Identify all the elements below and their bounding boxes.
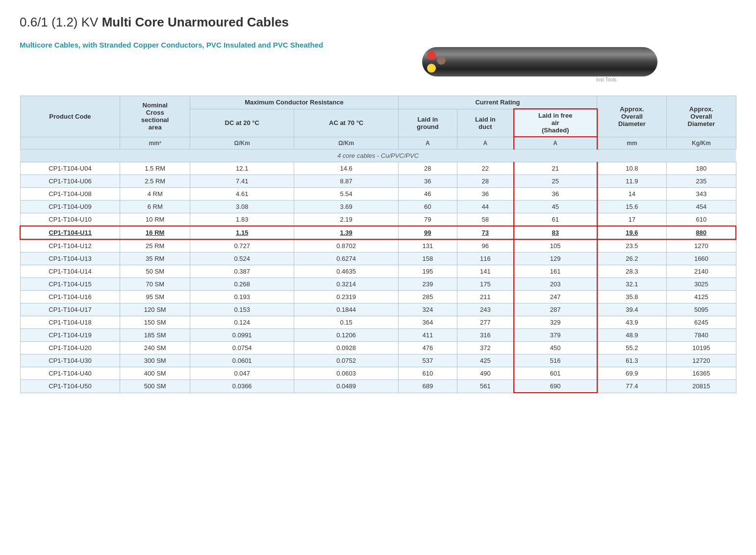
table-cell: 0.1844 [294,303,398,316]
th-product-code: Product Code [20,96,120,137]
table-cell: 4.61 [190,188,294,201]
table-cell: CP1-T104-U50 [20,380,120,393]
table-cell: 36 [398,175,457,188]
table-cell: 0.8702 [294,239,398,252]
th-nominal-cross: NominalCrosssectionalarea [120,96,190,137]
units-row: mm² Ω/Km Ω/Km A A A mm Kg/Km [20,137,736,150]
table-cell: 3.69 [294,201,398,213]
table-cell: 0.727 [190,239,294,252]
table-cell: 180 [667,162,736,175]
inst-tools-label: Inst Tools [595,76,618,83]
th-ac: AC at 70 °C [294,109,398,137]
table-cell: 1.15 [190,226,294,239]
table-cell: CP1-T104-U04 [20,162,120,175]
table-cell: 35 RM [120,252,190,265]
table-cell: 0.4635 [294,265,398,278]
table-cell: 10 RM [120,213,190,227]
table-cell: 161 [514,265,597,278]
table-cell: 3.08 [190,201,294,213]
table-cell: CP1-T104-U20 [20,342,120,354]
table-cell: 99 [398,226,457,239]
table-row: CP1-T104-U50500 SM0.03660.04896895616907… [20,380,736,393]
table-cell: 61 [514,213,597,227]
table-cell: 116 [457,252,513,265]
table-cell: 0.524 [190,252,294,265]
table-row: CP1-T104-U17120 SM0.1530.184432424328739… [20,303,736,316]
table-cell: 12720 [667,354,736,367]
table-cell: 77.4 [597,380,667,393]
table-cell: 1.39 [294,226,398,239]
table-cell: 1.83 [190,213,294,227]
table-cell: CP1-T104-U18 [20,316,120,329]
table-cell: 28 [398,162,457,175]
table-cell: 235 [667,175,736,188]
table-cell: CP1-T104-U17 [20,303,120,316]
table-cell: 343 [667,188,736,201]
table-cell: 537 [398,354,457,367]
table-cell: 0.047 [190,367,294,380]
table-cell: 44 [457,201,513,213]
table-cell: 277 [457,316,513,329]
table-cell: 79 [398,213,457,227]
table-cell: 175 [457,278,513,291]
table-cell: 20815 [667,380,736,393]
table-cell: 610 [398,367,457,380]
table-cell: 7840 [667,329,736,342]
section-label: 4 core cables - Cu/PVC/PVC [20,150,736,162]
table-cell: 2140 [667,265,736,278]
table-cell: 4125 [667,291,736,303]
table-cell: 690 [514,380,597,393]
unit-weight: Kg/Km [667,137,736,150]
table-cell: 50 SM [120,265,190,278]
unit-free-air: A [514,137,597,150]
table-cell: 0.3214 [294,278,398,291]
table-cell: 0.153 [190,303,294,316]
table-cell: 0.268 [190,278,294,291]
table-cell: 0.193 [190,291,294,303]
section-label-row: 4 core cables - Cu/PVC/PVC [20,150,736,162]
table-cell: 11.9 [597,175,667,188]
table-cell: 131 [398,239,457,252]
unit-ground: A [398,137,457,150]
table-cell: 450 [514,342,597,354]
table-cell: 425 [457,354,513,367]
table-cell: 2.19 [294,213,398,227]
data-table: Product Code NominalCrosssectionalarea M… [20,96,736,393]
table-cell: 400 SM [120,367,190,380]
table-cell: 0.124 [190,316,294,329]
table-cell: 25 RM [120,239,190,252]
table-cell: 476 [398,342,457,354]
table-cell: 46 [398,188,457,201]
table-cell: 239 [398,278,457,291]
table-cell: 26.2 [597,252,667,265]
table-cell: 28 [457,175,513,188]
table-cell: 490 [457,367,513,380]
table-body: 4 core cables - Cu/PVC/PVC CP1-T104-U041… [20,150,736,393]
table-cell: 70 SM [120,278,190,291]
table-cell: 329 [514,316,597,329]
table-cell: CP1-T104-U30 [20,354,120,367]
table-cell: 0.2319 [294,291,398,303]
table-row: CP1-T104-U1570 SM0.2680.321423917520332.… [20,278,736,291]
table-cell: 0.0928 [294,342,398,354]
table-cell: 5.54 [294,188,398,201]
table-cell: 28.3 [597,265,667,278]
th-current-rating: Current Rating [398,96,597,109]
table-cell: 45 [514,201,597,213]
th-approx-weight: Approx.OverallDiameter [667,96,736,137]
th-duct: Laid induct [457,109,513,137]
table-cell: CP1-T104-U16 [20,291,120,303]
table-cell: CP1-T104-U14 [20,265,120,278]
table-row: CP1-T104-U1450 SM0.3870.463519514116128.… [20,265,736,278]
table-cell: 285 [398,291,457,303]
table-cell: 36 [514,188,597,201]
table-cell: 185 SM [120,329,190,342]
table-cell: 287 [514,303,597,316]
cable-visual: Inst Tools [422,40,657,84]
table-cell: 0.0754 [190,342,294,354]
table-cell: CP1-T104-U10 [20,213,120,227]
table-row: CP1-T104-U18150 SM0.1240.1536427732943.9… [20,316,736,329]
table-cell: CP1-T104-U15 [20,278,120,291]
table-row: CP1-T104-U041.5 RM12.114.628222110.8180 [20,162,736,175]
table-cell: 55.2 [597,342,667,354]
